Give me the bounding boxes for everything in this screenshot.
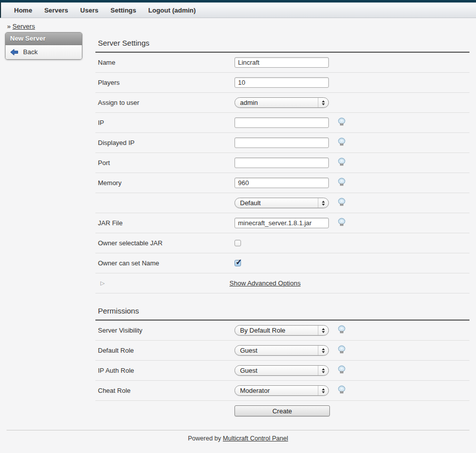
players-input[interactable]: [234, 77, 329, 88]
breadcrumb-servers-link[interactable]: Servers: [13, 23, 35, 30]
players-label: Players: [95, 79, 234, 86]
form-row-players: Players: [95, 73, 469, 93]
server-visibility-selected-value: By Default Role: [235, 327, 318, 334]
form-row-ip: IP: [95, 113, 469, 133]
form-row-ip-auth-role: IP Auth Role Guest: [95, 361, 469, 381]
permissions-heading: Permissions: [95, 293, 469, 321]
footer-text: Powered by: [188, 435, 221, 442]
server-settings-heading: Server Settings: [95, 32, 469, 53]
form-row-jar-file: JAR File: [95, 213, 469, 233]
jar-file-input[interactable]: [234, 218, 329, 228]
nav-item-home[interactable]: Home: [14, 7, 32, 14]
main-content: Server Settings Name Players Assign to u…: [95, 32, 469, 421]
form-row-displayed-ip: Displayed IP: [95, 133, 469, 153]
nav-item-logout[interactable]: Logout (admin): [148, 7, 196, 14]
memory-input[interactable]: [234, 178, 329, 188]
help-bulb-icon[interactable]: [337, 158, 346, 168]
ip-input[interactable]: [234, 117, 329, 128]
name-input[interactable]: [234, 57, 329, 68]
footer: Powered by Multicraft Control Panel: [7, 430, 469, 442]
ip-auth-role-label: IP Auth Role: [95, 367, 234, 374]
help-bulb-icon[interactable]: [337, 385, 346, 396]
select-arrows-icon: [318, 386, 328, 395]
port-input[interactable]: [234, 158, 329, 168]
form-row-create: Create: [95, 401, 469, 421]
default-role-selected-value: Guest: [235, 347, 318, 354]
main-nav: Home Servers Users Settings Logout (admi…: [0, 3, 476, 18]
owner-selectable-jar-label: Owner selectable JAR: [95, 239, 234, 247]
form-row-advanced-toggle: ▷ Show Advanced Options: [95, 273, 469, 293]
name-label: Name: [95, 59, 234, 66]
help-bulb-icon[interactable]: [337, 178, 346, 188]
owner-selectable-jar-checkbox[interactable]: [234, 240, 241, 246]
assign-to-user-selected-value: admin: [235, 99, 318, 106]
breadcrumb: » Servers: [0, 18, 476, 32]
form-row-name: Name: [95, 53, 469, 73]
help-bulb-icon[interactable]: [337, 345, 346, 356]
server-visibility-select[interactable]: By Default Role: [234, 325, 329, 336]
show-advanced-options-link[interactable]: Show Advanced Options: [229, 279, 301, 287]
nav-item-settings[interactable]: Settings: [110, 7, 136, 14]
form-row-port: Port: [95, 153, 469, 173]
form-row-server-visibility: Server Visibility By Default Role: [95, 321, 469, 341]
sidebar-panel: New Server Back: [5, 32, 82, 60]
form-row-memory: Memory: [95, 173, 469, 193]
nav-item-servers[interactable]: Servers: [44, 7, 68, 14]
create-button[interactable]: Create: [234, 405, 330, 416]
form-row-owner-selectable-jar: Owner selectable JAR: [95, 233, 469, 253]
footer-multicraft-link[interactable]: Multicraft Control Panel: [223, 435, 288, 442]
jar-file-label: JAR File: [95, 219, 234, 227]
help-bulb-icon[interactable]: [337, 117, 346, 128]
server-visibility-label: Server Visibility: [95, 327, 234, 334]
expand-triangle-icon[interactable]: ▷: [95, 280, 229, 286]
select-arrows-icon: [318, 198, 328, 208]
help-bulb-icon[interactable]: [337, 137, 346, 148]
ip-label: IP: [95, 119, 234, 126]
owner-can-set-name-checkbox[interactable]: [234, 260, 241, 266]
cheat-role-label: Cheat Role: [95, 387, 234, 394]
memory-label: Memory: [95, 179, 234, 187]
back-arrow-icon: [10, 49, 19, 56]
displayed-ip-label: Displayed IP: [95, 139, 234, 146]
form-row-assign-to-user: Assign to user admin: [95, 93, 469, 113]
help-bulb-icon[interactable]: [337, 365, 346, 376]
form-row-default-role: Default Role Guest: [95, 341, 469, 361]
help-bulb-icon[interactable]: [337, 218, 346, 228]
cheat-role-selected-value: Moderator: [235, 387, 318, 394]
memory-type-select[interactable]: Default: [234, 198, 329, 208]
select-arrows-icon: [318, 326, 328, 335]
back-button-label: Back: [23, 48, 38, 56]
help-bulb-icon[interactable]: [337, 198, 346, 208]
select-arrows-icon: [318, 346, 328, 355]
default-role-select[interactable]: Guest: [234, 345, 329, 356]
form-row-cheat-role: Cheat Role Moderator: [95, 381, 469, 401]
assign-to-user-label: Assign to user: [95, 99, 234, 106]
port-label: Port: [95, 159, 234, 167]
breadcrumb-prefix: »: [7, 23, 11, 30]
help-bulb-icon[interactable]: [337, 325, 346, 336]
select-arrows-icon: [318, 98, 328, 107]
assign-to-user-select[interactable]: admin: [234, 97, 329, 108]
nav-item-users[interactable]: Users: [80, 7, 98, 14]
ip-auth-role-select[interactable]: Guest: [234, 365, 329, 376]
form-row-memory-type: Default: [95, 193, 469, 213]
cheat-role-select[interactable]: Moderator: [234, 385, 329, 396]
ip-auth-role-selected-value: Guest: [235, 367, 318, 374]
sidebar-title: New Server: [6, 33, 82, 45]
owner-can-set-name-label: Owner can set Name: [95, 259, 234, 267]
back-button[interactable]: Back: [6, 45, 82, 59]
select-arrows-icon: [318, 366, 328, 375]
memory-type-selected-value: Default: [235, 199, 318, 207]
form-row-owner-can-set-name: Owner can set Name: [95, 253, 469, 273]
default-role-label: Default Role: [95, 347, 234, 354]
displayed-ip-input[interactable]: [234, 137, 329, 148]
